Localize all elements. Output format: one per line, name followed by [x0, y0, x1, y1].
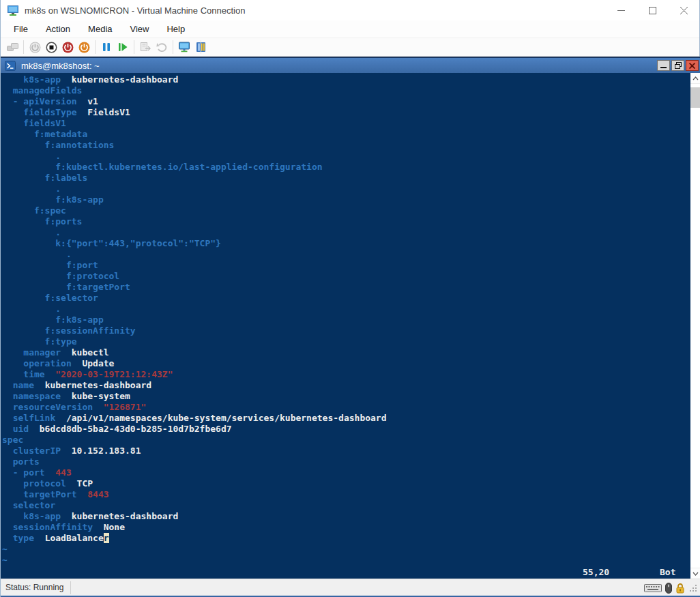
console-restore-button[interactable]: [671, 60, 684, 71]
vim-statusline: 1 change; before #4 4 seconds ago 55,20 …: [2, 567, 690, 578]
terminal-line: selfLink /api/v1/namespaces/kube-system/…: [2, 413, 690, 424]
toolbar: [1, 38, 699, 57]
terminal-line: targetPort 8443: [2, 489, 690, 500]
terminal-line: - apiVersion v1: [2, 96, 690, 107]
pause-icon[interactable]: [99, 40, 114, 55]
chevron-down-icon: [692, 572, 699, 576]
terminal-line: - port 443: [2, 467, 690, 478]
terminal-line: .: [2, 304, 690, 315]
hyperv-app-icon: [8, 5, 19, 16]
vim-ruler: 55,20: [583, 567, 609, 578]
terminal-line: f:ports: [2, 216, 690, 227]
lock-icon: [675, 583, 685, 594]
terminal-line: ports: [2, 456, 690, 467]
toolbar-separator: [134, 40, 134, 54]
toolbar-group-separator: [201, 40, 201, 54]
mouse-icon: [665, 583, 672, 594]
terminal-line: f:type: [2, 336, 690, 347]
terminal-line: f:targetPort: [2, 282, 690, 293]
terminal-line: resourceVersion "126871": [2, 402, 690, 413]
toolbar-separator: [173, 40, 173, 54]
terminal-line: managedFields: [2, 85, 690, 96]
close-button[interactable]: [668, 0, 699, 20]
revert-icon: [154, 40, 169, 55]
save-icon[interactable]: [76, 40, 91, 55]
terminal-line: k8s-app kubernetes-dashboard: [2, 74, 690, 85]
terminal-line: sessionAffinity None: [2, 522, 690, 533]
console-title: mk8s@mk8shost: ~: [21, 61, 100, 71]
vim-empty-line: ~: [2, 555, 690, 566]
start-icon: [27, 40, 42, 55]
scrollbar[interactable]: [690, 73, 700, 579]
toolbar-separator: [95, 40, 96, 54]
terminal-line: .: [2, 249, 690, 260]
terminal-line: fieldsV1: [2, 118, 690, 129]
terminal-line: namespace kube-system: [2, 391, 690, 402]
terminal-line: f:annotations: [2, 140, 690, 151]
menu-item-file[interactable]: File: [5, 21, 37, 37]
turn-off-icon[interactable]: [44, 40, 59, 55]
terminal-line: fieldsType FieldsV1: [2, 107, 690, 118]
enhanced-session-icon[interactable]: [177, 40, 192, 55]
terminal-line: .: [2, 151, 690, 162]
terminal-line: operation Update: [2, 358, 690, 369]
status-separator: [70, 581, 71, 594]
terminal-line: f:metadata: [2, 129, 690, 140]
terminal-line: type LoadBalancer: [2, 533, 690, 544]
minimize-icon: [617, 7, 625, 14]
checkpoint-icon: [138, 40, 153, 55]
terminal-line: .: [2, 184, 690, 194]
terminal-line: selector: [2, 500, 690, 511]
console-titlebar: mk8s@mk8shost: ~: [1, 58, 700, 73]
status-bar: Status: Running: [1, 579, 700, 597]
menu-item-help[interactable]: Help: [158, 21, 194, 37]
terminal-line: uid b6dcd8db-5ba2-43d0-b285-10d7b2fbe6d7: [2, 424, 690, 435]
keyboard-icon: [644, 583, 662, 593]
terminal-buffer: k8s-app kubernetes-dashboard managedFiel…: [1, 73, 690, 566]
terminal-line: f:kubectl.kubernetes.io/last-applied-con…: [2, 162, 690, 173]
resize-grip[interactable]: [688, 583, 698, 593]
terminal-line: spec: [2, 435, 690, 446]
reset-icon[interactable]: [115, 40, 130, 55]
console-minimize-button[interactable]: [657, 60, 670, 71]
terminal-line: f:port: [2, 260, 690, 271]
terminal-line: f:spec: [2, 205, 690, 216]
vim-scroll-position: Bot: [660, 567, 675, 578]
terminal-line: k8s-app kubernetes-dashboard: [2, 511, 690, 522]
minimize-icon: [660, 63, 667, 69]
console-window: mk8s@mk8shost: ~ k8s-app kubernetes-dash…: [1, 57, 700, 579]
terminal-line: clusterIP 10.152.183.81: [2, 446, 690, 456]
scrollbar-thumb[interactable]: [690, 87, 700, 108]
terminal-line: time "2020-03-19T21:12:43Z": [2, 369, 690, 380]
terminal[interactable]: k8s-app kubernetes-dashboard managedFiel…: [1, 73, 700, 579]
chevron-up-icon: [692, 76, 699, 81]
toolbar-separator: [23, 40, 24, 54]
terminal-line: f:k8s-app: [2, 194, 690, 205]
minimize-button[interactable]: [605, 0, 637, 20]
restore-icon: [675, 62, 682, 69]
menu-item-media[interactable]: Media: [79, 21, 121, 37]
terminal-line: protocol TCP: [2, 478, 690, 489]
terminal-line: manager kubectl: [2, 347, 690, 358]
maximize-button[interactable]: [637, 0, 668, 20]
close-icon: [689, 63, 695, 69]
menu-item-action[interactable]: Action: [37, 21, 79, 37]
terminal-line: f:selector: [2, 293, 690, 304]
terminal-line: f:sessionAffinity: [2, 325, 690, 336]
terminal-line: f:labels: [2, 173, 690, 184]
menu-item-view[interactable]: View: [121, 21, 158, 37]
maximize-icon: [649, 7, 656, 14]
terminal-line: f:k8s-app: [2, 315, 690, 325]
close-icon: [680, 7, 688, 14]
scroll-down-button[interactable]: [690, 568, 700, 579]
window-titlebar: mk8s on WSLNOMICRON - Virtual Machine Co…: [1, 0, 699, 20]
scroll-up-button[interactable]: [690, 73, 700, 84]
shut-down-icon[interactable]: [60, 40, 75, 55]
console-close-button[interactable]: [686, 60, 699, 71]
menu-bar: FileActionMediaViewHelp: [1, 20, 699, 38]
vm-connection-window: mk8s on WSLNOMICRON - Virtual Machine Co…: [0, 0, 700, 597]
vm-status: Status: Running: [1, 583, 70, 592]
window-title: mk8s on WSLNOMICRON - Virtual Machine Co…: [25, 5, 245, 16]
terminal-line: name kubernetes-dashboard: [2, 380, 690, 391]
terminal-line: k:{"port":443,"protocol":"TCP"}: [2, 238, 690, 249]
